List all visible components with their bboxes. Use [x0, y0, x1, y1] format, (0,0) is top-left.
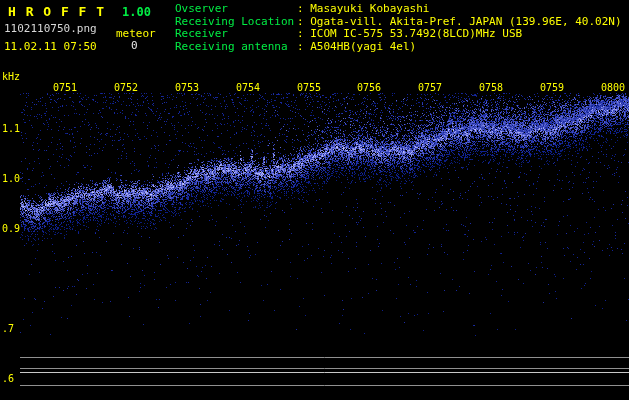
receiver-info-block: Ovserver: Masayuki KobayashiReceiving Lo… [175, 3, 622, 53]
frequency-tick-label: 0.9 [2, 223, 20, 234]
time-tick-label: 0757 [418, 82, 442, 93]
info-row: Receiving antenna: A504HB(yagi 4el) [175, 41, 622, 54]
frequency-tick-label: 1.1 [2, 123, 20, 134]
time-tick-label: 0758 [479, 82, 503, 93]
meteor-count: 0 [131, 39, 138, 52]
time-tick-label: 0751 [53, 82, 77, 93]
time-tick-label: 0755 [297, 82, 321, 93]
info-value: : ICOM IC-575 53.7492(8LCD)MHz USB [297, 27, 522, 40]
spectrogram-canvas [0, 0, 629, 400]
frequency-tick-label: .6 [2, 373, 14, 384]
app-version: 1.00 [122, 5, 151, 19]
info-label: Receiver [175, 28, 297, 41]
frequency-unit-label: kHz [2, 71, 20, 82]
time-tick-label: 0753 [175, 82, 199, 93]
info-value: : Masayuki Kobayashi [297, 2, 429, 15]
time-tick-label: 0754 [236, 82, 260, 93]
time-tick-label: 0800 [601, 82, 625, 93]
output-filename: 1102110750.png [4, 22, 97, 35]
time-tick-label: 0759 [540, 82, 564, 93]
app-title: H R O F F T [8, 4, 105, 19]
info-label: Ovserver [175, 3, 297, 16]
time-tick-label: 0752 [114, 82, 138, 93]
info-value: : A504HB(yagi 4el) [297, 40, 416, 53]
date-time: 11.02.11 07:50 [4, 40, 97, 53]
frequency-tick-label: 1.0 [2, 173, 20, 184]
time-tick-label: 0756 [357, 82, 381, 93]
info-label: Receiving antenna [175, 41, 297, 54]
hrofft-output: H R O F F T 1.00 1102110750.png meteor 0… [0, 0, 629, 400]
info-value: : Ogata-vill. Akita-Pref. JAPAN (139.96E… [297, 15, 622, 28]
frequency-tick-label: .7 [2, 323, 14, 334]
